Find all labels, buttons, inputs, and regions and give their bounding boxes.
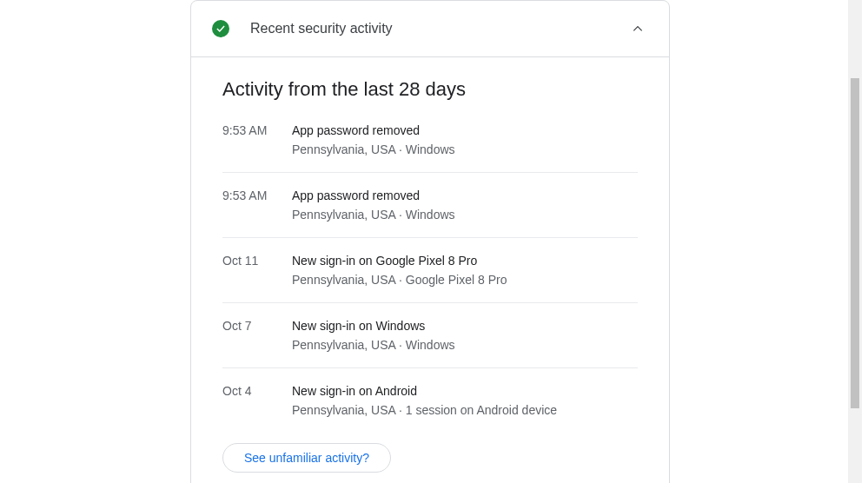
activity-time: Oct 7: [222, 317, 292, 354]
activity-row[interactable]: Oct 4 New sign-in on Android Pennsylvani…: [222, 368, 638, 433]
activity-time: 9:53 AM: [222, 122, 292, 158]
card-title: Recent security activity: [250, 21, 627, 36]
activity-time: Oct 11: [222, 252, 292, 288]
activity-title: New sign-in on Google Pixel 8 Pro: [292, 252, 638, 269]
activity-content: New sign-in on Google Pixel 8 Pro Pennsy…: [292, 252, 638, 288]
security-activity-card: Recent security activity Activity from t…: [190, 0, 670, 483]
activity-row[interactable]: 9:53 AM App password removed Pennsylvani…: [222, 173, 638, 238]
activity-content: New sign-in on Android Pennsylvania, USA…: [292, 382, 638, 419]
activity-row[interactable]: Oct 11 New sign-in on Google Pixel 8 Pro…: [222, 238, 638, 303]
activity-detail: Pennsylvania, USA · 1 session on Android…: [292, 401, 638, 419]
activity-content: App password removed Pennsylvania, USA ·…: [292, 122, 638, 158]
activity-time: Oct 4: [222, 382, 292, 419]
activity-title: App password removed: [292, 187, 638, 204]
activity-content: New sign-in on Windows Pennsylvania, USA…: [292, 317, 638, 354]
activity-content: App password removed Pennsylvania, USA ·…: [292, 187, 638, 223]
activity-detail: Pennsylvania, USA · Windows: [292, 206, 638, 223]
section-title: Activity from the last 28 days: [222, 78, 638, 101]
activity-time: 9:53 AM: [222, 187, 292, 223]
card-header[interactable]: Recent security activity: [191, 1, 669, 57]
card-body: Activity from the last 28 days 9:53 AM A…: [191, 57, 669, 483]
activity-detail: Pennsylvania, USA · Google Pixel 8 Pro: [292, 271, 638, 288]
activity-title: App password removed: [292, 122, 638, 139]
activity-row[interactable]: Oct 7 New sign-in on Windows Pennsylvani…: [222, 303, 638, 368]
chevron-up-icon: [627, 18, 648, 39]
activity-title: New sign-in on Windows: [292, 317, 638, 334]
activity-row[interactable]: 9:53 AM App password removed Pennsylvani…: [222, 122, 638, 173]
scrollbar-thumb[interactable]: [851, 78, 859, 408]
checkmark-icon: [212, 20, 229, 37]
activity-title: New sign-in on Android: [292, 382, 638, 400]
activity-detail: Pennsylvania, USA · Windows: [292, 141, 638, 158]
see-unfamiliar-activity-button[interactable]: See unfamiliar activity?: [222, 443, 391, 473]
activity-detail: Pennsylvania, USA · Windows: [292, 336, 638, 354]
